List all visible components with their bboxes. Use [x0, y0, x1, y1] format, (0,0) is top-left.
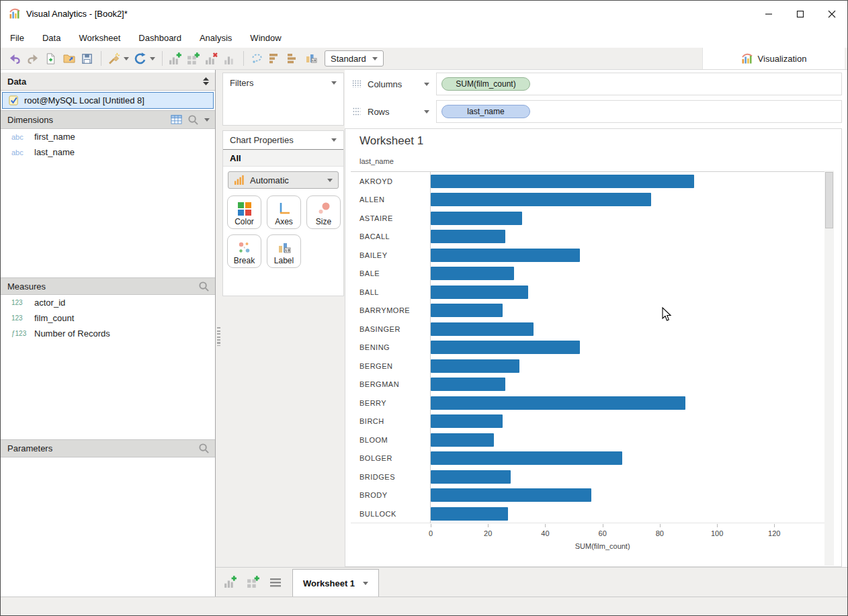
- view-mode-select[interactable]: Standard: [325, 50, 384, 67]
- bar-bailey[interactable]: [431, 249, 580, 262]
- close-button[interactable]: [816, 1, 847, 28]
- scrollbar-thumb[interactable]: [825, 172, 833, 228]
- menu-file[interactable]: File: [10, 33, 24, 43]
- maximize-button[interactable]: [784, 1, 816, 28]
- visualization-tab[interactable]: Visualization: [702, 48, 845, 69]
- sheet-list-icon[interactable]: [267, 574, 284, 591]
- new-dashboard-icon[interactable]: [244, 574, 261, 591]
- color-button[interactable]: Color: [227, 195, 261, 229]
- chart-icon[interactable]: [221, 50, 238, 67]
- sort-updown-icon[interactable]: [202, 77, 210, 86]
- chevron-down-icon[interactable]: [363, 582, 368, 585]
- field-number-of-records[interactable]: ƒ123Number of Records: [1, 326, 215, 341]
- worksheet-tab[interactable]: Worksheet 1: [292, 569, 379, 597]
- columns-shelf-header[interactable]: Columns: [345, 73, 436, 95]
- format-brush-icon[interactable]: [105, 50, 122, 67]
- panel-splitter[interactable]: [216, 70, 222, 597]
- lasso-select-icon[interactable]: [248, 50, 265, 67]
- menu-analysis[interactable]: Analysis: [200, 33, 232, 43]
- bar-bloom[interactable]: [431, 433, 494, 447]
- menu-dashboard[interactable]: Dashboard: [138, 33, 181, 43]
- size-button[interactable]: Size: [306, 195, 341, 229]
- bar-zone: [430, 431, 826, 449]
- menu-data[interactable]: Data: [42, 33, 60, 43]
- search-icon[interactable]: [198, 443, 210, 454]
- bar-bridges[interactable]: [431, 470, 511, 484]
- minimize-button[interactable]: [753, 1, 784, 28]
- bar-bolger[interactable]: [431, 451, 622, 465]
- search-icon[interactable]: [187, 114, 199, 126]
- chevron-down-icon[interactable]: [424, 83, 429, 86]
- bar-bergman[interactable]: [431, 378, 505, 391]
- axes-button[interactable]: Axes: [267, 195, 301, 229]
- bar-birch[interactable]: [431, 414, 503, 428]
- bar-bullock[interactable]: [431, 507, 508, 521]
- tick-mark: [488, 524, 489, 527]
- bar-akroyd[interactable]: [431, 175, 694, 188]
- tick-label: 60: [599, 529, 607, 537]
- break-button[interactable]: Break: [227, 234, 261, 268]
- x-axis-title: SUM(film_count): [575, 542, 630, 550]
- field-first_name[interactable]: abcfirst_name: [1, 129, 215, 144]
- delete-chart-icon[interactable]: [203, 50, 220, 67]
- chart-row-allen: ALLEN: [351, 191, 826, 210]
- bar-bacall[interactable]: [431, 230, 505, 243]
- menu-worksheet[interactable]: Worksheet: [79, 33, 120, 43]
- search-icon[interactable]: [198, 281, 210, 292]
- bar-zone: [430, 228, 826, 247]
- new-file-icon[interactable]: [42, 50, 59, 67]
- show-labels-icon[interactable]: [302, 50, 319, 67]
- rows-pill[interactable]: last_name: [441, 105, 530, 118]
- data-grid-icon[interactable]: [171, 114, 182, 125]
- connection-item[interactable]: root@MySQL Local [Untitled 8]: [2, 92, 214, 109]
- bar-basinger[interactable]: [431, 322, 534, 336]
- filters-header[interactable]: Filters: [223, 73, 343, 92]
- redo-icon[interactable]: [24, 50, 41, 67]
- label-button[interactable]: Label: [267, 234, 301, 268]
- field-last_name[interactable]: abclast_name: [1, 144, 215, 160]
- bar-bergen[interactable]: [431, 359, 519, 373]
- category-label: BARRYMORE: [351, 302, 430, 320]
- bar-barrymore[interactable]: [431, 304, 503, 317]
- bar-astaire[interactable]: [431, 212, 522, 225]
- color-swatches-icon: [237, 202, 252, 216]
- sort-asc-bars-icon[interactable]: [284, 50, 301, 67]
- vertical-scrollbar[interactable]: [824, 171, 834, 566]
- rows-shelf: Rows last_name: [345, 100, 842, 123]
- refresh-dropdown-caret[interactable]: [150, 57, 155, 60]
- sort-desc-bars-icon[interactable]: [266, 50, 283, 67]
- undo-icon[interactable]: [6, 50, 23, 67]
- bar-berry[interactable]: [431, 396, 685, 410]
- add-chart-icon[interactable]: [167, 50, 183, 67]
- menu-window[interactable]: Window: [250, 33, 281, 43]
- format-dropdown-caret[interactable]: [124, 57, 129, 60]
- mark-type-select[interactable]: Automatic: [228, 171, 339, 189]
- bar-bening[interactable]: [431, 341, 580, 354]
- bar-allen[interactable]: [431, 193, 651, 206]
- category-label: BERGMAN: [351, 376, 430, 394]
- rows-tray[interactable]: last_name: [436, 100, 842, 123]
- window-title: Visual Analytics - [Book2]*: [26, 9, 128, 19]
- chevron-down-icon[interactable]: [204, 118, 210, 122]
- columns-tray[interactable]: SUM(film_count): [436, 73, 842, 95]
- columns-pill[interactable]: SUM(film_count): [441, 77, 530, 91]
- save-icon[interactable]: [79, 50, 95, 67]
- worksheet-tab-label: Worksheet 1: [303, 578, 355, 588]
- category-label: BRIDGES: [351, 468, 430, 486]
- bar-ball[interactable]: [431, 285, 528, 299]
- refresh-icon[interactable]: [132, 50, 149, 67]
- field-film_count[interactable]: 123film_count: [1, 310, 215, 326]
- bar-bale[interactable]: [431, 267, 514, 280]
- chart-row-akroyd: AKROYD: [351, 172, 826, 191]
- splitter-handle-icon[interactable]: [217, 327, 220, 346]
- field-name: actor_id: [34, 298, 65, 308]
- add-dashboard-icon[interactable]: [185, 50, 202, 67]
- rows-shelf-header[interactable]: Rows: [345, 100, 436, 123]
- chart-properties-header[interactable]: Chart Properties: [223, 131, 343, 150]
- chart-row-birch: BIRCH: [351, 412, 826, 431]
- bar-brody[interactable]: [431, 488, 591, 502]
- field-actor_id[interactable]: 123actor_id: [1, 295, 215, 310]
- new-worksheet-icon[interactable]: [221, 574, 239, 591]
- chevron-down-icon[interactable]: [424, 110, 429, 114]
- open-folder-icon[interactable]: [60, 50, 77, 67]
